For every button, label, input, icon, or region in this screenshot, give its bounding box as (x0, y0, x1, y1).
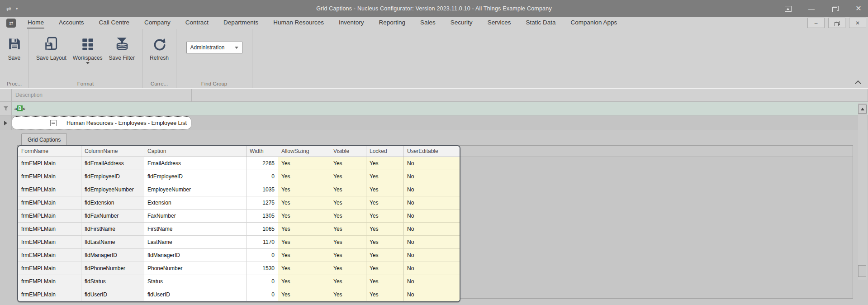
table-cell-columnname[interactable]: fldEmployeeNumber (81, 183, 144, 196)
table-cell-caption[interactable]: FaxNumber (144, 210, 247, 223)
table-cell-columnname[interactable]: fldLastName (81, 236, 144, 249)
ribbon-tab-departments[interactable]: Departments (223, 18, 259, 29)
table-cell-visible[interactable]: Yes (330, 288, 366, 301)
table-cell-formname[interactable]: frmEMPLMain (18, 170, 81, 183)
column-header-allowsizing[interactable]: AllowSizing (278, 146, 330, 157)
table-cell-visible[interactable]: Yes (330, 249, 366, 262)
table-cell-formname[interactable]: frmEMPLMain (18, 288, 81, 301)
quick-access-icon[interactable]: ⇄ (6, 5, 11, 12)
app-menu-icon[interactable]: ⇄ (6, 19, 16, 28)
column-header-columnname[interactable]: ColumnName (81, 146, 144, 157)
table-cell-width[interactable]: 1035 (247, 183, 278, 196)
table-cell-width[interactable]: 1170 (247, 236, 278, 249)
child-minimize-button[interactable]: – (807, 18, 825, 28)
column-header-usereditable[interactable]: UserEditable (404, 146, 460, 157)
table-cell-caption[interactable]: FirstName (144, 223, 247, 236)
table-cell-visible[interactable]: Yes (330, 183, 366, 196)
table-cell-locked[interactable]: Yes (366, 249, 404, 262)
table-cell-caption[interactable]: EmployeeNumber (144, 183, 247, 196)
table-cell-formname[interactable]: frmEMPLMain (18, 157, 81, 170)
minimize-button[interactable]: — (806, 4, 816, 14)
table-cell-width[interactable]: 1275 (247, 196, 278, 210)
scroll-up-button[interactable] (858, 105, 867, 114)
table-cell-usereditable[interactable]: No (404, 249, 460, 262)
table-cell-usereditable[interactable]: No (404, 210, 460, 223)
table-row[interactable]: frmEMPLMainfldExtensionExtension1275YesY… (18, 196, 460, 210)
table-cell-usereditable[interactable]: No (404, 262, 460, 275)
table-cell-columnname[interactable]: fldUserID (81, 288, 144, 301)
table-cell-locked[interactable]: Yes (366, 157, 404, 170)
workspaces-button[interactable]: Workspaces (73, 34, 103, 64)
ribbon-tab-call-centre[interactable]: Call Centre (99, 18, 130, 29)
table-cell-formname[interactable]: frmEMPLMain (18, 223, 81, 236)
tree-item-focus-box[interactable]: Human Resources - Employees - Employee L… (12, 116, 191, 129)
table-cell-allowsizing[interactable]: Yes (278, 288, 330, 301)
table-cell-columnname[interactable]: fldStatus (81, 275, 144, 288)
ribbon-tab-accounts[interactable]: Accounts (58, 18, 85, 29)
table-cell-locked[interactable]: Yes (366, 196, 404, 210)
table-cell-locked[interactable]: Yes (366, 223, 404, 236)
restore-button[interactable] (830, 4, 840, 14)
table-cell-usereditable[interactable]: No (404, 236, 460, 249)
scroll-thumb[interactable] (858, 265, 866, 277)
table-cell-formname[interactable]: frmEMPLMain (18, 196, 81, 210)
table-cell-columnname[interactable]: fldFirstName (81, 223, 144, 236)
save-filter-button[interactable]: Save Filter (109, 34, 135, 64)
table-cell-width[interactable]: 0 (247, 249, 278, 262)
table-cell-caption[interactable]: fldManagerID (144, 249, 247, 262)
table-row[interactable]: frmEMPLMainfldStatusStatus0YesYesYesNo (18, 275, 460, 288)
column-header-width[interactable]: Width (247, 146, 278, 157)
table-cell-caption[interactable]: PhoneNumber (144, 262, 247, 275)
table-cell-formname[interactable]: frmEMPLMain (18, 249, 81, 262)
table-cell-columnname[interactable]: fldPhoneNumber (81, 262, 144, 275)
table-row[interactable]: frmEMPLMainfldManagerIDfldManagerID0YesY… (18, 249, 460, 262)
table-row[interactable]: frmEMPLMainfldEmployeeIDfldEmployeeID0Ye… (18, 170, 460, 183)
table-cell-width[interactable]: 0 (247, 275, 278, 288)
table-cell-visible[interactable]: Yes (330, 157, 366, 170)
table-cell-caption[interactable]: EmailAddress (144, 157, 247, 170)
table-cell-visible[interactable]: Yes (330, 262, 366, 275)
table-cell-visible[interactable]: Yes (330, 210, 366, 223)
table-row[interactable]: frmEMPLMainfldLastNameLastName1170YesYes… (18, 236, 460, 249)
table-cell-visible[interactable]: Yes (330, 170, 366, 183)
table-cell-allowsizing[interactable]: Yes (278, 170, 330, 183)
table-cell-usereditable[interactable]: No (404, 157, 460, 170)
table-cell-usereditable[interactable]: No (404, 183, 460, 196)
ribbon-tab-security[interactable]: Security (450, 18, 473, 29)
table-cell-width[interactable]: 1065 (247, 223, 278, 236)
table-cell-columnname[interactable]: fldExtension (81, 196, 144, 210)
ribbon-tab-reporting[interactable]: Reporting (379, 18, 406, 29)
vertical-scrollbar[interactable] (858, 103, 867, 280)
table-cell-formname[interactable]: frmEMPLMain (18, 183, 81, 196)
table-cell-allowsizing[interactable]: Yes (278, 236, 330, 249)
table-cell-caption[interactable]: fldUserID (144, 288, 247, 301)
table-cell-locked[interactable]: Yes (366, 262, 404, 275)
child-close-button[interactable]: ✕ (849, 18, 866, 28)
table-cell-columnname[interactable]: fldEmployeeID (81, 170, 144, 183)
ribbon-tab-inventory[interactable]: Inventory (338, 18, 365, 29)
table-row[interactable]: frmEMPLMainfldEmailAddressEmailAddress22… (18, 157, 460, 170)
table-cell-usereditable[interactable]: No (404, 275, 460, 288)
table-cell-formname[interactable]: frmEMPLMain (18, 210, 81, 223)
ribbon-tab-services[interactable]: Services (487, 18, 512, 29)
table-cell-formname[interactable]: frmEMPLMain (18, 275, 81, 288)
table-cell-visible[interactable]: Yes (330, 236, 366, 249)
table-cell-locked[interactable]: Yes (366, 236, 404, 249)
ribbon-tab-static-data[interactable]: Static Data (525, 18, 556, 29)
ribbon-tab-home[interactable]: Home (27, 18, 44, 29)
collapse-node-icon[interactable] (50, 120, 57, 126)
table-cell-formname[interactable]: frmEMPLMain (18, 262, 81, 275)
save-button[interactable]: Save (8, 34, 21, 61)
table-cell-columnname[interactable]: fldFaxNumber (81, 210, 144, 223)
table-row[interactable]: frmEMPLMainfldFaxNumberFaxNumber1305YesY… (18, 210, 460, 223)
table-cell-locked[interactable]: Yes (366, 275, 404, 288)
table-row[interactable]: frmEMPLMainfldEmployeeNumberEmployeeNumb… (18, 183, 460, 196)
ribbon-tab-contract[interactable]: Contract (185, 18, 209, 29)
close-button[interactable]: ✕ (854, 4, 863, 14)
save-layout-button[interactable]: Save Layout (36, 34, 66, 64)
table-cell-caption[interactable]: Status (144, 275, 247, 288)
column-header-formname[interactable]: FormName (18, 146, 81, 157)
ribbon-tab-human-resources[interactable]: Human Resources (273, 18, 324, 29)
column-header-locked[interactable]: Locked (366, 146, 404, 157)
table-cell-caption[interactable]: Extension (144, 196, 247, 210)
